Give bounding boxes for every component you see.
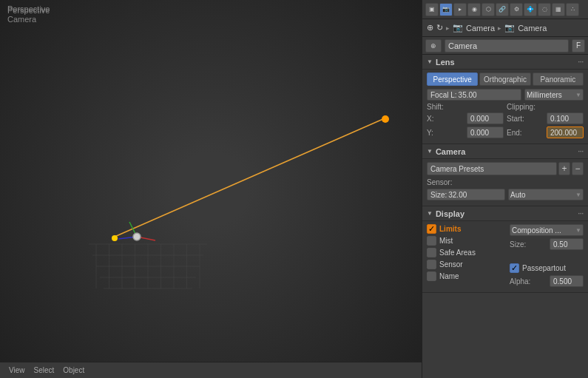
limits-checkbox[interactable]: ✓: [427, 224, 436, 234]
clipping-group: Clipping: Start: 0.100 End: 200.000: [507, 103, 584, 141]
camera-options[interactable]: ···: [578, 148, 584, 155]
start-label: Start:: [507, 115, 544, 123]
camera-dropdown[interactable]: Camera: [445, 39, 569, 53]
presets-row: Camera Presets + −: [427, 162, 584, 175]
clipping-end-row: End: 200.000: [507, 126, 584, 138]
composition-dropdown[interactable]: Composition ... ▼: [510, 224, 584, 236]
lens-tabs: Perspective Orthographic Panoramic: [427, 72, 584, 86]
unit-dropdown[interactable]: Millimeters ▼: [524, 89, 584, 101]
name-checkbox[interactable]: [427, 271, 436, 281]
display-size-field[interactable]: 0.50: [550, 238, 584, 250]
camera-section-title: Camera: [436, 147, 465, 156]
particles-icon[interactable]: ∴: [566, 3, 579, 16]
perspective-label: Perspective: [7, 4, 50, 13]
object-icon[interactable]: ⬡: [481, 3, 495, 16]
name-label: Name: [439, 272, 459, 280]
add-preset-button[interactable]: +: [558, 162, 570, 175]
display-left: ✓ Limits Mist Safe Areas Sensor: [427, 224, 507, 283]
camera-section-header[interactable]: ▼ Camera ···: [422, 144, 588, 159]
display-triangle: ▼: [427, 210, 433, 217]
clipping-end-field[interactable]: 200.000: [547, 126, 584, 138]
sensor-label-row: Sensor:: [427, 178, 584, 186]
sensor-row: Size: 32.00 Auto ▼: [427, 189, 584, 200]
sensor-auto-dropdown[interactable]: Auto ▼: [508, 189, 584, 200]
display-content: ✓ Limits Mist Safe Areas Sensor: [422, 221, 588, 293]
world-icon[interactable]: ◉: [467, 3, 481, 16]
shift-group: Shift: X: 0.000 Y: 0.000: [427, 103, 504, 141]
modifier-icon[interactable]: ⚙: [510, 3, 523, 16]
presets-dropdown[interactable]: Camera Presets: [427, 162, 557, 175]
data-icon[interactable]: 💠: [524, 3, 537, 16]
scene-icon[interactable]: ▸: [453, 3, 467, 16]
safe-areas-checkbox[interactable]: [427, 248, 436, 257]
camera-name: Camera: [448, 41, 477, 50]
render-icon[interactable]: ▣: [425, 3, 439, 16]
shift-y-field[interactable]: 0.000: [467, 126, 504, 138]
end-label: End:: [507, 129, 544, 137]
display-size-label: Size:: [510, 240, 547, 249]
alpha-field[interactable]: 0.500: [550, 275, 584, 287]
panel-toolbar: ▣ 📷 ▸ ◉ ⬡ 🔗 ⚙ 💠 ◌ ▦ ∴: [422, 0, 588, 19]
name-row: Name: [427, 271, 507, 281]
camera-properties-icon[interactable]: 📷: [439, 3, 453, 16]
mist-checkbox[interactable]: [427, 236, 436, 246]
x-label: X:: [427, 115, 464, 123]
shift-x-field[interactable]: 0.000: [467, 112, 504, 124]
passepartout-checkbox[interactable]: ✓: [510, 263, 519, 273]
constraint-icon[interactable]: 🔗: [496, 3, 509, 16]
lens-title: Lens: [436, 58, 455, 67]
viewport-3d[interactable]: Perspective View Select Object: [0, 0, 422, 378]
display-section-title: Display: [436, 209, 464, 218]
display-options[interactable]: ···: [578, 210, 584, 217]
breadcrumb-icon2: ↻: [436, 23, 443, 33]
remove-preset-button[interactable]: −: [572, 162, 584, 175]
sensor-check-label: Sensor: [439, 260, 463, 269]
sensor-static-label: Sensor:: [427, 178, 452, 186]
shift-label: Shift:: [427, 103, 504, 111]
viewport-info: Perspective: [7, 4, 50, 13]
breadcrumb-camera-icon: 📷: [453, 23, 463, 33]
display-right: Composition ... ▼ Size: 0.50 ✓ Passepart…: [510, 224, 584, 289]
breadcrumb-label1: Camera: [466, 24, 495, 33]
camera-select-row: ⊕ Camera F: [422, 37, 588, 55]
passepartout-label: Passepartout: [522, 264, 566, 272]
properties-panel: ▣ 📷 ▸ ◉ ⬡ 🔗 ⚙ 💠 ◌ ▦ ∴ ⊕ ↻ ▸ 📷 Camera ▸ 📷…: [422, 0, 588, 378]
select-menu[interactable]: Select: [31, 366, 58, 374]
clipping-start-row: Start: 0.100: [507, 112, 584, 124]
viewport-canvas: [0, 0, 422, 378]
view-menu[interactable]: View: [6, 366, 28, 374]
lens-section-header[interactable]: ▼ Lens ···: [422, 55, 588, 70]
lens-options[interactable]: ···: [578, 58, 584, 66]
sensor-size-field[interactable]: Size: 32.00: [427, 189, 505, 200]
display-section-header[interactable]: ▼ Display ···: [422, 206, 588, 221]
tab-perspective[interactable]: Perspective: [427, 72, 478, 86]
sensor-checkbox[interactable]: [427, 260, 436, 269]
lens-content: Perspective Orthographic Panoramic Focal…: [422, 70, 588, 144]
tab-orthographic[interactable]: Orthographic: [479, 72, 530, 86]
focal-length-row: Focal L: 35.00 Millimeters ▼: [427, 89, 584, 101]
object-menu[interactable]: Object: [60, 366, 87, 374]
camera-select-icon[interactable]: ⊕: [425, 39, 442, 53]
tab-panoramic[interactable]: Panoramic: [533, 72, 584, 86]
camera-triangle: ▼: [427, 148, 433, 155]
clipping-start-field[interactable]: 0.100: [547, 112, 584, 124]
focal-length-field[interactable]: Focal L: 35.00: [427, 89, 521, 101]
material-icon[interactable]: ◌: [538, 3, 551, 16]
clipping-label: Clipping:: [507, 103, 584, 111]
texture-icon[interactable]: ▦: [552, 3, 565, 16]
display-cols: ✓ Limits Mist Safe Areas Sensor: [427, 224, 584, 289]
unit-chevron: ▼: [575, 92, 581, 98]
auto-chevron: ▼: [575, 192, 581, 198]
composition-chevron: ▼: [575, 227, 581, 234]
limits-row: ✓ Limits: [427, 224, 507, 234]
f-button[interactable]: F: [572, 39, 585, 53]
display-size-row: Size: 0.50: [510, 238, 584, 250]
breadcrumb-sep1: ▸: [446, 24, 450, 32]
alpha-label: Alpha:: [510, 277, 547, 286]
camera-content: Camera Presets + − Sensor: Size: 32.00 A…: [422, 159, 588, 206]
shift-clipping-row: Shift: X: 0.000 Y: 0.000 Clipping:: [427, 103, 584, 141]
alpha-row: Alpha: 0.500: [510, 275, 584, 287]
breadcrumb-camera-icon2: 📷: [504, 23, 515, 33]
breadcrumb-sep2: ▸: [498, 24, 501, 32]
y-label: Y:: [427, 129, 464, 137]
